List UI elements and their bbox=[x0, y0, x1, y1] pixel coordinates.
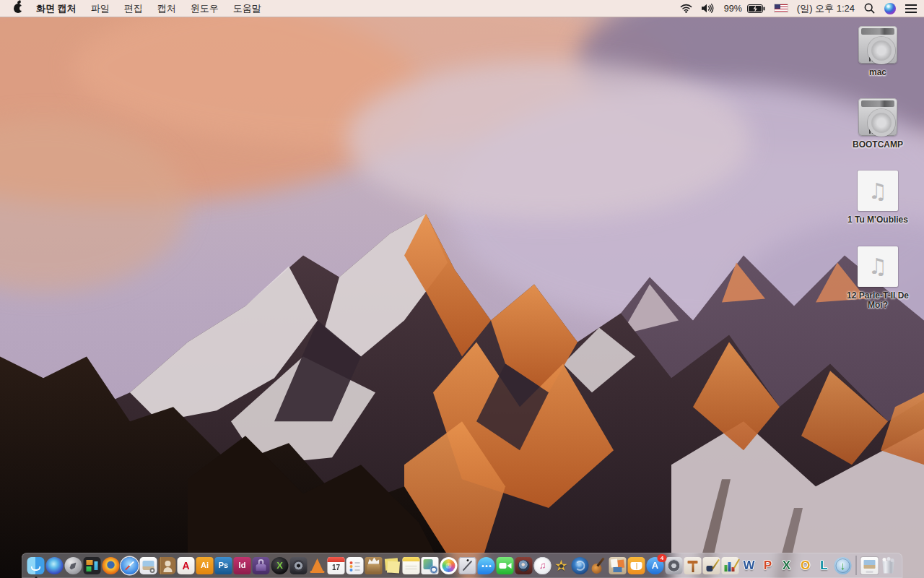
dock-item-word[interactable]: W bbox=[741, 557, 758, 574]
dock-item-jpg-document[interactable] bbox=[861, 557, 879, 574]
dock-item-dvd-player[interactable] bbox=[572, 557, 589, 574]
dock-item-firefox[interactable] bbox=[103, 557, 120, 574]
spotlight-search-icon[interactable] bbox=[864, 3, 875, 14]
dock-files bbox=[860, 557, 898, 574]
dock-item-glyph: ★ bbox=[554, 558, 568, 573]
dock-item-system-preferences[interactable] bbox=[666, 557, 683, 574]
dock-item-grab[interactable] bbox=[459, 557, 476, 574]
dock-item-safari[interactable] bbox=[121, 557, 139, 574]
dock-item-glyph: ↓ bbox=[840, 560, 846, 571]
dock-item-launchpad[interactable] bbox=[65, 557, 82, 574]
dock-item-vlc[interactable] bbox=[309, 557, 326, 574]
dock-item-glyph: X bbox=[276, 561, 283, 570]
dock-item-downloader[interactable]: ↓ bbox=[834, 557, 852, 574]
notification-center-icon[interactable] bbox=[905, 4, 917, 13]
desktop-icon-art bbox=[858, 26, 897, 64]
dock-item-glyph: Id bbox=[239, 561, 246, 569]
dock-item-preview[interactable] bbox=[140, 557, 157, 574]
dock-item-messages[interactable] bbox=[478, 557, 495, 574]
volume-icon[interactable] bbox=[702, 4, 715, 13]
battery-percent: 99% bbox=[724, 4, 742, 14]
dock-item-badge: 4 bbox=[658, 554, 667, 562]
dock-item-keynote[interactable] bbox=[684, 557, 702, 574]
menu-bar-left: 화면 캡처파일편집캡처윈도우도움말 bbox=[0, 0, 269, 17]
dock-item-imovie[interactable]: ★ bbox=[553, 557, 570, 574]
apple-menu-icon[interactable] bbox=[9, 0, 27, 17]
dock-item-stickies[interactable] bbox=[384, 557, 401, 574]
dock-item-itunes[interactable]: ♫ bbox=[534, 557, 552, 574]
dock-item-glyph: L bbox=[820, 559, 827, 571]
dock-item-photoshop[interactable]: Ps bbox=[215, 557, 232, 574]
dock-item-glyph: A bbox=[652, 561, 658, 570]
desktop-icon-label: BOOTCAMP bbox=[853, 140, 903, 150]
dock-item-reminders[interactable] bbox=[346, 557, 364, 574]
app-menus: 화면 캡처파일편집캡처윈도우도움말 bbox=[27, 0, 269, 17]
menu-app[interactable]: 화면 캡처 bbox=[27, 0, 84, 17]
menu-window[interactable]: 윈도우 bbox=[183, 0, 226, 17]
menu-edit[interactable]: 편집 bbox=[117, 0, 150, 17]
dock: A Ai Ps Id X bbox=[22, 553, 903, 578]
dock-item-powerpoint[interactable]: P bbox=[759, 557, 777, 574]
menu-bar: 화면 캡처파일편집캡처윈도우도움말 99% bbox=[0, 0, 924, 17]
dock-item-contacts[interactable] bbox=[159, 557, 176, 574]
dock-item-acrobat[interactable]: A bbox=[178, 557, 195, 574]
desktop-icon-bootcamp[interactable]: BOOTCAMP bbox=[853, 98, 903, 150]
desktop-icon-art bbox=[858, 171, 898, 211]
desktop-icon-label: mac bbox=[869, 68, 886, 77]
dock-item-calendar[interactable]: 17 bbox=[328, 557, 345, 574]
dock-item-photo-booth[interactable] bbox=[515, 557, 533, 574]
dock-item-pages[interactable] bbox=[703, 557, 720, 574]
wifi-icon[interactable] bbox=[680, 4, 692, 13]
desktop-icon-label: 12 Parle-T-Il De Moi? bbox=[842, 291, 914, 310]
menu-clock[interactable]: (일) 오후 1:24 bbox=[797, 2, 855, 15]
dock-item-lync[interactable]: L bbox=[816, 557, 833, 574]
dock-item-glyph: X bbox=[783, 559, 790, 571]
dock-item-glyph: ♫ bbox=[539, 561, 546, 570]
dock-item-garageband[interactable] bbox=[590, 557, 608, 574]
dock-item-toast[interactable] bbox=[253, 557, 270, 574]
dock-item-indesign[interactable]: Id bbox=[234, 557, 251, 574]
dock-item-glyph: A bbox=[182, 561, 189, 571]
wallpaper-sierra-mountain bbox=[0, 17, 924, 578]
dock-item-xld[interactable]: X bbox=[271, 557, 289, 574]
dock-item-document-seal[interactable] bbox=[422, 557, 439, 574]
desktop-icon-parle-t-il-de-moi[interactable]: 12 Parle-T-Il De Moi? bbox=[842, 246, 914, 310]
dock-item-finder[interactable] bbox=[27, 557, 45, 574]
desktop-icon-tu-moublies[interactable]: 1 Tu M'Oublies bbox=[847, 171, 908, 225]
dock-item-collage[interactable] bbox=[609, 557, 627, 574]
desktop-icon-art bbox=[858, 246, 898, 287]
desktop-icon-column: mac BOOTCAMP 1 Tu M'Oublies 12 Parle-T-I… bbox=[842, 26, 914, 331]
siri-icon[interactable] bbox=[884, 3, 896, 14]
dock-item-illustrator[interactable]: Ai bbox=[196, 557, 214, 574]
dock-item-excel[interactable]: X bbox=[778, 557, 796, 574]
dock-item-facetime[interactable] bbox=[497, 557, 514, 574]
dock-apps: A Ai Ps Id X bbox=[27, 557, 853, 574]
menu-help[interactable]: 도움말 bbox=[226, 0, 269, 17]
dock-item-ibooks[interactable] bbox=[628, 557, 645, 574]
dock-item-glyph: 17 bbox=[332, 564, 340, 571]
menu-capture[interactable]: 캡처 bbox=[150, 0, 183, 17]
dock-item-numbers[interactable] bbox=[722, 557, 739, 574]
desktop-icon-mac[interactable]: mac bbox=[858, 26, 897, 77]
dock-item-photos[interactable] bbox=[440, 557, 458, 574]
dock-divider bbox=[856, 556, 857, 575]
dock-item-outlook[interactable]: O bbox=[797, 557, 814, 574]
desktop-icon-label: 1 Tu M'Oublies bbox=[847, 215, 908, 225]
dock-item-app-store[interactable]: A 4 bbox=[647, 557, 664, 574]
menu-bar-status: 99% (일) 오후 1:24 bbox=[680, 0, 924, 17]
desktop-screen: 화면 캡처파일편집캡처윈도우도움말 99% bbox=[0, 0, 924, 578]
input-source-us-flag-icon[interactable] bbox=[775, 4, 788, 12]
dock-item-notes[interactable] bbox=[403, 557, 420, 574]
dock-item-siri[interactable] bbox=[46, 557, 64, 574]
dock-item-mission-control[interactable] bbox=[84, 557, 101, 574]
dock-item-disc-app[interactable] bbox=[290, 557, 308, 574]
dock-item-glyph: O bbox=[801, 559, 810, 571]
dock-item-glyph: P bbox=[764, 559, 772, 571]
dock-item-glyph: W bbox=[743, 559, 754, 571]
dock-item-trash[interactable] bbox=[880, 557, 897, 574]
desktop-icon-art bbox=[858, 98, 897, 136]
battery-charging-icon[interactable] bbox=[747, 4, 765, 13]
dock-item-glyph: Ai bbox=[201, 561, 209, 569]
menu-file[interactable]: 파일 bbox=[84, 0, 117, 17]
dock-item-unarchiver[interactable] bbox=[365, 557, 383, 574]
